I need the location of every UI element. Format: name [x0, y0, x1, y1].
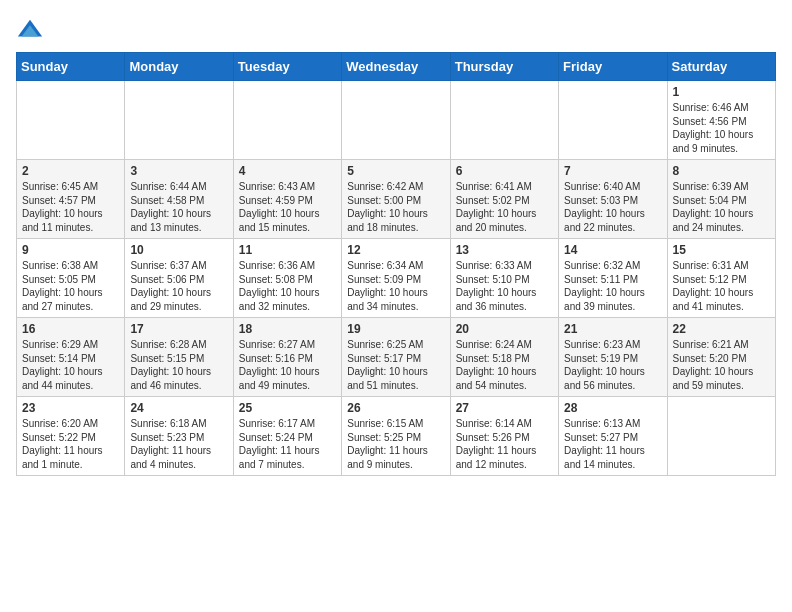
day-of-week-header: Saturday [667, 53, 775, 81]
calendar-week-row: 1Sunrise: 6:46 AM Sunset: 4:56 PM Daylig… [17, 81, 776, 160]
calendar-cell: 14Sunrise: 6:32 AM Sunset: 5:11 PM Dayli… [559, 239, 667, 318]
day-of-week-header: Tuesday [233, 53, 341, 81]
calendar-cell: 22Sunrise: 6:21 AM Sunset: 5:20 PM Dayli… [667, 318, 775, 397]
calendar-cell: 1Sunrise: 6:46 AM Sunset: 4:56 PM Daylig… [667, 81, 775, 160]
day-number: 22 [673, 322, 770, 336]
day-info: Sunrise: 6:36 AM Sunset: 5:08 PM Dayligh… [239, 259, 336, 313]
day-of-week-header: Thursday [450, 53, 558, 81]
day-number: 8 [673, 164, 770, 178]
day-info: Sunrise: 6:18 AM Sunset: 5:23 PM Dayligh… [130, 417, 227, 471]
day-number: 13 [456, 243, 553, 257]
day-of-week-header: Friday [559, 53, 667, 81]
calendar-cell: 20Sunrise: 6:24 AM Sunset: 5:18 PM Dayli… [450, 318, 558, 397]
calendar-cell: 2Sunrise: 6:45 AM Sunset: 4:57 PM Daylig… [17, 160, 125, 239]
day-of-week-header: Monday [125, 53, 233, 81]
day-number: 5 [347, 164, 444, 178]
day-info: Sunrise: 6:15 AM Sunset: 5:25 PM Dayligh… [347, 417, 444, 471]
day-number: 2 [22, 164, 119, 178]
day-number: 26 [347, 401, 444, 415]
day-number: 17 [130, 322, 227, 336]
day-number: 3 [130, 164, 227, 178]
calendar-cell: 7Sunrise: 6:40 AM Sunset: 5:03 PM Daylig… [559, 160, 667, 239]
day-number: 9 [22, 243, 119, 257]
calendar-cell: 18Sunrise: 6:27 AM Sunset: 5:16 PM Dayli… [233, 318, 341, 397]
calendar-cell: 21Sunrise: 6:23 AM Sunset: 5:19 PM Dayli… [559, 318, 667, 397]
calendar-cell: 12Sunrise: 6:34 AM Sunset: 5:09 PM Dayli… [342, 239, 450, 318]
calendar-week-row: 16Sunrise: 6:29 AM Sunset: 5:14 PM Dayli… [17, 318, 776, 397]
day-of-week-header: Sunday [17, 53, 125, 81]
calendar-cell [17, 81, 125, 160]
calendar-cell: 8Sunrise: 6:39 AM Sunset: 5:04 PM Daylig… [667, 160, 775, 239]
day-info: Sunrise: 6:27 AM Sunset: 5:16 PM Dayligh… [239, 338, 336, 392]
calendar-cell [559, 81, 667, 160]
calendar-week-row: 9Sunrise: 6:38 AM Sunset: 5:05 PM Daylig… [17, 239, 776, 318]
day-number: 27 [456, 401, 553, 415]
day-info: Sunrise: 6:24 AM Sunset: 5:18 PM Dayligh… [456, 338, 553, 392]
logo [16, 16, 48, 44]
day-info: Sunrise: 6:13 AM Sunset: 5:27 PM Dayligh… [564, 417, 661, 471]
calendar-cell: 23Sunrise: 6:20 AM Sunset: 5:22 PM Dayli… [17, 397, 125, 476]
calendar-week-row: 23Sunrise: 6:20 AM Sunset: 5:22 PM Dayli… [17, 397, 776, 476]
calendar-cell: 6Sunrise: 6:41 AM Sunset: 5:02 PM Daylig… [450, 160, 558, 239]
day-number: 15 [673, 243, 770, 257]
day-info: Sunrise: 6:31 AM Sunset: 5:12 PM Dayligh… [673, 259, 770, 313]
day-info: Sunrise: 6:43 AM Sunset: 4:59 PM Dayligh… [239, 180, 336, 234]
day-info: Sunrise: 6:17 AM Sunset: 5:24 PM Dayligh… [239, 417, 336, 471]
day-info: Sunrise: 6:44 AM Sunset: 4:58 PM Dayligh… [130, 180, 227, 234]
calendar-cell: 13Sunrise: 6:33 AM Sunset: 5:10 PM Dayli… [450, 239, 558, 318]
calendar-header-row: SundayMondayTuesdayWednesdayThursdayFrid… [17, 53, 776, 81]
calendar-cell: 27Sunrise: 6:14 AM Sunset: 5:26 PM Dayli… [450, 397, 558, 476]
day-number: 12 [347, 243, 444, 257]
day-number: 1 [673, 85, 770, 99]
day-info: Sunrise: 6:42 AM Sunset: 5:00 PM Dayligh… [347, 180, 444, 234]
calendar-week-row: 2Sunrise: 6:45 AM Sunset: 4:57 PM Daylig… [17, 160, 776, 239]
day-number: 16 [22, 322, 119, 336]
day-info: Sunrise: 6:38 AM Sunset: 5:05 PM Dayligh… [22, 259, 119, 313]
calendar-cell: 28Sunrise: 6:13 AM Sunset: 5:27 PM Dayli… [559, 397, 667, 476]
calendar-cell: 16Sunrise: 6:29 AM Sunset: 5:14 PM Dayli… [17, 318, 125, 397]
day-number: 7 [564, 164, 661, 178]
day-number: 4 [239, 164, 336, 178]
day-info: Sunrise: 6:20 AM Sunset: 5:22 PM Dayligh… [22, 417, 119, 471]
day-info: Sunrise: 6:34 AM Sunset: 5:09 PM Dayligh… [347, 259, 444, 313]
day-number: 11 [239, 243, 336, 257]
calendar-cell: 9Sunrise: 6:38 AM Sunset: 5:05 PM Daylig… [17, 239, 125, 318]
day-number: 25 [239, 401, 336, 415]
calendar-cell: 26Sunrise: 6:15 AM Sunset: 5:25 PM Dayli… [342, 397, 450, 476]
day-number: 14 [564, 243, 661, 257]
calendar-cell [125, 81, 233, 160]
calendar-cell [342, 81, 450, 160]
day-info: Sunrise: 6:37 AM Sunset: 5:06 PM Dayligh… [130, 259, 227, 313]
day-info: Sunrise: 6:45 AM Sunset: 4:57 PM Dayligh… [22, 180, 119, 234]
day-info: Sunrise: 6:28 AM Sunset: 5:15 PM Dayligh… [130, 338, 227, 392]
calendar-cell: 19Sunrise: 6:25 AM Sunset: 5:17 PM Dayli… [342, 318, 450, 397]
calendar-cell [450, 81, 558, 160]
day-info: Sunrise: 6:23 AM Sunset: 5:19 PM Dayligh… [564, 338, 661, 392]
calendar-table: SundayMondayTuesdayWednesdayThursdayFrid… [16, 52, 776, 476]
day-info: Sunrise: 6:25 AM Sunset: 5:17 PM Dayligh… [347, 338, 444, 392]
day-of-week-header: Wednesday [342, 53, 450, 81]
day-info: Sunrise: 6:14 AM Sunset: 5:26 PM Dayligh… [456, 417, 553, 471]
day-info: Sunrise: 6:21 AM Sunset: 5:20 PM Dayligh… [673, 338, 770, 392]
day-info: Sunrise: 6:33 AM Sunset: 5:10 PM Dayligh… [456, 259, 553, 313]
calendar-cell: 25Sunrise: 6:17 AM Sunset: 5:24 PM Dayli… [233, 397, 341, 476]
calendar-cell: 11Sunrise: 6:36 AM Sunset: 5:08 PM Dayli… [233, 239, 341, 318]
day-number: 28 [564, 401, 661, 415]
day-number: 21 [564, 322, 661, 336]
calendar-cell: 5Sunrise: 6:42 AM Sunset: 5:00 PM Daylig… [342, 160, 450, 239]
day-number: 23 [22, 401, 119, 415]
logo-icon [16, 16, 44, 44]
day-info: Sunrise: 6:40 AM Sunset: 5:03 PM Dayligh… [564, 180, 661, 234]
day-number: 19 [347, 322, 444, 336]
day-info: Sunrise: 6:39 AM Sunset: 5:04 PM Dayligh… [673, 180, 770, 234]
day-number: 6 [456, 164, 553, 178]
day-info: Sunrise: 6:46 AM Sunset: 4:56 PM Dayligh… [673, 101, 770, 155]
calendar-cell: 3Sunrise: 6:44 AM Sunset: 4:58 PM Daylig… [125, 160, 233, 239]
day-number: 18 [239, 322, 336, 336]
calendar-cell: 17Sunrise: 6:28 AM Sunset: 5:15 PM Dayli… [125, 318, 233, 397]
calendar-cell [667, 397, 775, 476]
page-header [16, 16, 776, 44]
calendar-cell: 4Sunrise: 6:43 AM Sunset: 4:59 PM Daylig… [233, 160, 341, 239]
calendar-cell [233, 81, 341, 160]
day-info: Sunrise: 6:32 AM Sunset: 5:11 PM Dayligh… [564, 259, 661, 313]
